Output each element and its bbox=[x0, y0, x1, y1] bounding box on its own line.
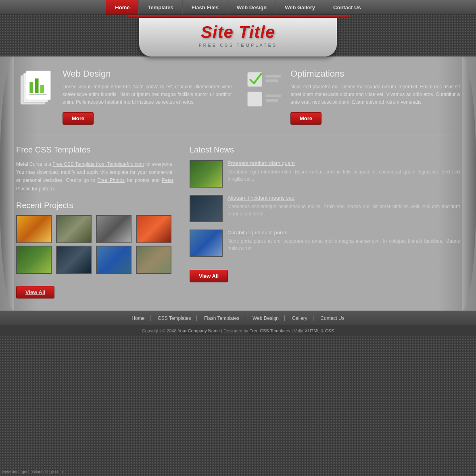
project-thumb-2[interactable] bbox=[56, 215, 92, 243]
svg-rect-3 bbox=[29, 82, 33, 93]
news-thumb-1 bbox=[190, 160, 223, 188]
site-url: www.heritagechristiancollege.com bbox=[2, 470, 63, 474]
feature-sections: Web Design Donec varius tempor hendrerit… bbox=[16, 69, 460, 125]
left-column: Free CSS Templates Metal Curve is a Free… bbox=[16, 145, 173, 299]
web-design-icon-container bbox=[16, 69, 56, 109]
footer-nav-contact-us[interactable]: Contact Us bbox=[315, 315, 350, 321]
footer-nav-flash-templates[interactable]: Flash Templates bbox=[198, 315, 245, 321]
web-design-heading: Web Design bbox=[63, 69, 232, 79]
footer-copyright: Copyright © 2048 Your Company Name | Des… bbox=[0, 325, 476, 336]
site-header: Site Title FREE CSS TEMPLATES bbox=[0, 15, 476, 56]
news-item-3: Curabitur quis nulla purus Nunc porta pu… bbox=[190, 230, 460, 257]
xhtml-link[interactable]: XHTML bbox=[305, 328, 319, 333]
news-thumb-3 bbox=[190, 230, 223, 257]
section-divider bbox=[16, 135, 460, 135]
news-body-2: Maecenas scelerisque pellentesque mollis… bbox=[228, 203, 460, 217]
latest-news-heading: Latest News bbox=[190, 145, 460, 154]
project-thumb-8[interactable] bbox=[136, 246, 171, 274]
recent-projects-heading: Recent Projects bbox=[16, 201, 173, 210]
project-thumb-5[interactable] bbox=[16, 246, 52, 274]
web-design-more-button[interactable]: More bbox=[63, 112, 94, 125]
news-body-3: Nunc porta purus at orci vulputate sit a… bbox=[228, 238, 460, 252]
project-thumb-4[interactable] bbox=[136, 215, 171, 243]
project-thumb-7[interactable] bbox=[96, 246, 132, 274]
news-view-all-button[interactable]: View All bbox=[190, 270, 228, 282]
free-css-templates-link[interactable]: Free CSS Templates bbox=[249, 328, 290, 333]
footer-nav-home[interactable]: Home bbox=[126, 315, 150, 321]
news-thumb-2 bbox=[190, 195, 223, 222]
web-design-section: Web Design Donec varius tempor hendrerit… bbox=[16, 69, 232, 125]
news-title-2[interactable]: Aliquam tincidunt mauris sed bbox=[228, 195, 460, 201]
optimizations-icon-container bbox=[244, 69, 284, 109]
copyright-text4: & bbox=[319, 328, 325, 333]
main-content: Web Design Donec varius tempor hendrerit… bbox=[0, 56, 476, 311]
site-title: Site Title bbox=[151, 23, 325, 42]
svg-rect-5 bbox=[40, 85, 44, 93]
news-item-1: Praesent pretium diam quam Curabitur ege… bbox=[190, 160, 460, 188]
web-design-body: Donec varius tempor hendrerit. Nam conva… bbox=[63, 83, 232, 106]
news-content-3: Curabitur quis nulla purus Nunc porta pu… bbox=[228, 230, 460, 257]
optimizations-icon bbox=[244, 69, 284, 109]
optimizations-more-button[interactable]: More bbox=[290, 112, 322, 125]
footer-nav-web-design[interactable]: Web Design bbox=[247, 315, 285, 321]
top-navigation: Home Templates Flash Files Web Design We… bbox=[0, 0, 476, 15]
news-title-3[interactable]: Curabitur quis nulla purus bbox=[228, 230, 460, 236]
project-thumb-3[interactable] bbox=[96, 215, 132, 243]
bottom-columns: Free CSS Templates Metal Curve is a Free… bbox=[16, 145, 460, 299]
web-design-icon bbox=[16, 69, 56, 109]
free-css-heading: Free CSS Templates bbox=[16, 145, 173, 154]
company-name-link[interactable]: Your Company Name bbox=[177, 328, 220, 333]
news-body-1: Curabitur eget interdum nibh. Etiam curs… bbox=[228, 168, 460, 183]
news-title-1[interactable]: Praesent pretium diam quam bbox=[228, 160, 460, 166]
copyright-text1: Copyright © 2048 bbox=[142, 328, 178, 333]
nav-contact-us[interactable]: Contact Us bbox=[324, 0, 370, 15]
svg-rect-9 bbox=[265, 79, 278, 82]
projects-grid bbox=[16, 215, 173, 274]
site-subtitle: FREE CSS TEMPLATES bbox=[151, 43, 325, 48]
optimizations-heading: Optimizations bbox=[290, 69, 460, 79]
news-content-2: Aliquam tincidunt mauris sed Maecenas sc… bbox=[228, 195, 460, 222]
svg-rect-8 bbox=[265, 75, 281, 78]
news-item-2: Aliquam tincidunt mauris sed Maecenas sc… bbox=[190, 195, 460, 222]
optimizations-text: Optimizations Nunc sed pharetra dui. Don… bbox=[290, 69, 460, 125]
nav-home[interactable]: Home bbox=[106, 0, 139, 15]
logo-box: Site Title FREE CSS TEMPLATES bbox=[139, 15, 337, 56]
web-design-text: Web Design Donec varius tempor hendrerit… bbox=[63, 69, 232, 125]
right-column: Latest News Praesent pretium diam quam C… bbox=[190, 145, 460, 299]
footer-navigation: Home CSS Templates Flash Templates Web D… bbox=[0, 311, 476, 325]
css-link[interactable]: CSS bbox=[325, 328, 334, 333]
project-thumb-6[interactable] bbox=[56, 246, 92, 274]
free-css-link1[interactable]: Free CSS Template from TemplateMo.com bbox=[52, 161, 144, 167]
nav-templates[interactable]: Templates bbox=[139, 0, 182, 15]
nav-flash-files[interactable]: Flash Files bbox=[183, 0, 228, 15]
svg-rect-11 bbox=[265, 94, 281, 97]
svg-rect-4 bbox=[35, 78, 39, 93]
svg-rect-12 bbox=[265, 99, 278, 102]
nav-web-design[interactable]: Web Design bbox=[228, 0, 276, 15]
projects-view-all-button[interactable]: View All bbox=[16, 286, 54, 299]
free-css-body: Metal Curve is a Free CSS Template from … bbox=[16, 160, 173, 193]
copyright-text3: | Valid bbox=[290, 328, 305, 333]
project-thumb-1[interactable] bbox=[16, 215, 52, 243]
footer-nav-css-templates[interactable]: CSS Templates bbox=[152, 315, 197, 321]
free-css-link2[interactable]: Free Photos bbox=[97, 177, 125, 183]
optimizations-body: Nunc sed pharetra dui. Donec malesuada r… bbox=[290, 83, 460, 106]
nav-web-gallery[interactable]: Web Gallery bbox=[276, 0, 324, 15]
news-content-1: Praesent pretium diam quam Curabitur ege… bbox=[228, 160, 460, 188]
footer-nav-gallery[interactable]: Gallery bbox=[286, 315, 313, 321]
svg-rect-10 bbox=[248, 92, 262, 106]
optimizations-section: Optimizations Nunc sed pharetra dui. Don… bbox=[244, 69, 460, 125]
copyright-text2: | Designed by bbox=[220, 328, 249, 333]
